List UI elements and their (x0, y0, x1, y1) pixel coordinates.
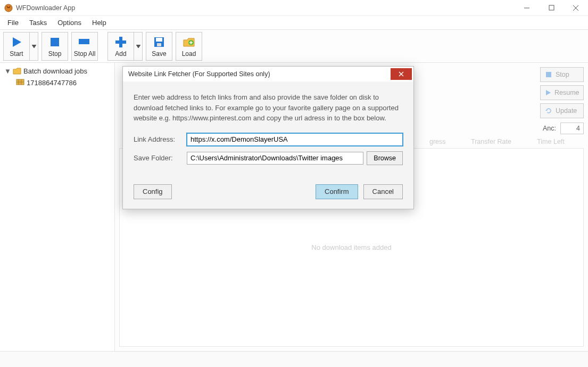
dialog-body: Enter web address to fetch links from an… (123, 81, 413, 176)
close-button[interactable] (564, 0, 588, 16)
svg-marker-12 (136, 45, 140, 48)
maximize-button[interactable] (539, 0, 564, 16)
svg-rect-8 (79, 39, 84, 44)
stopall-button[interactable]: Stop All (71, 32, 98, 61)
right-resume-button[interactable]: Resume (540, 85, 584, 100)
col-progress: gress (429, 138, 461, 145)
link-address-row: Link Address: (134, 133, 403, 146)
titlebar: WFDownloader App (0, 0, 588, 16)
svg-marker-22 (546, 90, 551, 95)
column-headers: gress Transfer Rate Time Left (429, 138, 581, 145)
minimize-button[interactable] (515, 0, 539, 16)
svg-rect-11 (115, 40, 126, 44)
svg-rect-2 (549, 5, 554, 10)
save-button[interactable]: Save (146, 32, 172, 61)
right-resume-label: Resume (554, 89, 579, 96)
right-stop-button[interactable]: Stop (540, 67, 584, 82)
dialog-footer: Config Confirm Cancel (123, 176, 413, 209)
save-folder-row: Save Folder: Browse (134, 151, 403, 165)
save-folder-label: Save Folder: (134, 154, 187, 162)
link-fetcher-dialog: Website Link Fetcher (For Supported Site… (122, 66, 414, 209)
menu-tasks[interactable]: Tasks (24, 17, 52, 29)
play-small-icon (545, 89, 551, 96)
start-dropdown[interactable] (30, 32, 38, 61)
tree-twisty-icon: ▼ (4, 67, 11, 75)
svg-rect-14 (156, 38, 162, 42)
svg-marker-23 (545, 110, 548, 111)
svg-rect-21 (546, 72, 551, 77)
config-button[interactable]: Config (134, 184, 172, 199)
menu-file[interactable]: File (2, 17, 24, 29)
svg-rect-9 (84, 39, 89, 44)
add-button[interactable]: Add (107, 32, 134, 61)
col-time: Time Left (521, 138, 581, 145)
app-icon (4, 4, 13, 12)
empty-text: No download items added (311, 243, 391, 251)
right-panel: Stop Resume Update (540, 67, 584, 118)
stop-small-icon (545, 71, 552, 78)
window-title: WFDownloader App (16, 4, 75, 12)
load-label: Load (182, 50, 196, 58)
cancel-button[interactable]: Cancel (363, 184, 403, 199)
job-icon (16, 79, 24, 86)
menu-help[interactable]: Help (87, 17, 112, 29)
svg-rect-15 (157, 43, 161, 46)
play-icon (10, 35, 23, 49)
load-button[interactable]: Load (176, 32, 202, 61)
floppy-icon (152, 35, 166, 49)
start-label: Start (10, 50, 23, 58)
window-controls (515, 0, 588, 16)
dialog-close-button[interactable] (391, 68, 412, 80)
dialog-titlebar: Website Link Fetcher (For Supported Site… (123, 67, 413, 81)
link-address-input[interactable] (187, 133, 403, 146)
tree-root-label: Batch download jobs (23, 67, 87, 75)
right-update-label: Update (556, 107, 577, 115)
sidebar: ▼ Batch download jobs 1718864747786 (0, 63, 115, 351)
folder-load-icon (182, 35, 196, 49)
tree-item[interactable]: 1718864747786 (0, 77, 114, 88)
svg-rect-7 (51, 38, 59, 46)
dialog-title: Website Link Fetcher (For Supported Site… (128, 70, 270, 78)
save-folder-input[interactable] (187, 152, 363, 165)
browse-button[interactable]: Browse (367, 151, 403, 165)
tree-root[interactable]: ▼ Batch download jobs (0, 65, 114, 77)
statusbar (0, 351, 588, 367)
start-button[interactable]: Start (3, 32, 30, 61)
dialog-intro: Enter web address to fetch links from an… (134, 92, 403, 124)
menubar: File Tasks Options Help (0, 16, 588, 30)
svg-marker-5 (13, 37, 21, 47)
right-update-button[interactable]: Update (540, 103, 584, 118)
right-stop-label: Stop (556, 71, 569, 78)
col-rate: Transfer Rate (461, 138, 521, 145)
stopall-icon (78, 35, 92, 49)
svg-marker-6 (32, 45, 36, 48)
stopall-label: Stop All (74, 50, 96, 58)
add-dropdown[interactable] (134, 32, 143, 61)
stop-label: Stop (48, 50, 62, 58)
anc-row: Anc: 4 (543, 123, 584, 134)
confirm-button[interactable]: Confirm (316, 184, 358, 199)
anc-value[interactable]: 4 (560, 123, 584, 134)
menu-options[interactable]: Options (52, 17, 87, 29)
refresh-icon (545, 107, 552, 115)
toolbar: Start Stop Stop All Add Save Load (0, 30, 588, 63)
anc-label: Anc: (543, 125, 556, 132)
stop-button[interactable]: Stop (42, 32, 68, 61)
tree-item-label: 1718864747786 (27, 79, 77, 87)
folder-icon (13, 67, 21, 75)
plus-icon (114, 35, 128, 49)
stop-icon (48, 35, 62, 49)
link-address-label: Link Address: (134, 135, 187, 143)
add-label: Add (115, 50, 126, 58)
save-label: Save (152, 50, 166, 58)
